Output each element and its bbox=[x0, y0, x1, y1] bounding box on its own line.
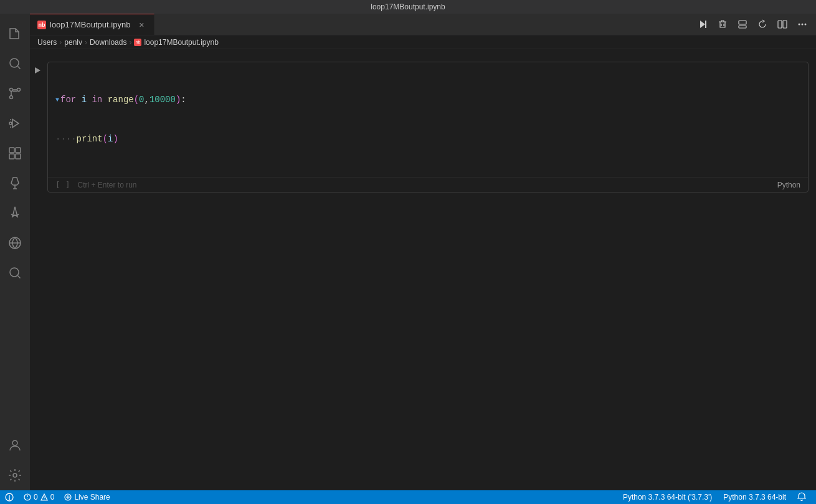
warning-count: 0 bbox=[50, 493, 55, 502]
more-actions-button[interactable] bbox=[794, 16, 811, 33]
tab-bar: nb loop17MBoutput.ipynb × bbox=[30, 14, 816, 36]
cell-container: ▼ for i in range(0,10000): ····print(i) … bbox=[30, 62, 816, 193]
svg-point-0 bbox=[10, 59, 19, 67]
svg-point-4 bbox=[9, 122, 12, 125]
title-text: loop17MBoutput.ipynb bbox=[371, 2, 445, 11]
activity-remote[interactable] bbox=[0, 228, 30, 258]
svg-point-1 bbox=[10, 88, 13, 92]
svg-rect-7 bbox=[9, 154, 14, 159]
cell-wrapper: ▼ for i in range(0,10000): ····print(i) … bbox=[47, 62, 809, 193]
svg-point-10 bbox=[10, 268, 19, 277]
svg-rect-15 bbox=[739, 26, 746, 28]
svg-point-20 bbox=[805, 24, 807, 26]
content-area: nb loop17MBoutput.ipynb × bbox=[30, 14, 816, 490]
activity-run[interactable] bbox=[0, 108, 30, 138]
svg-rect-16 bbox=[778, 21, 782, 28]
svg-rect-5 bbox=[9, 148, 14, 153]
cell-code-block[interactable]: ▼ for i in range(0,10000): ····print(i) … bbox=[47, 62, 809, 193]
live-share-label: Live Share bbox=[74, 493, 110, 502]
svg-rect-14 bbox=[739, 21, 746, 24]
activity-files[interactable] bbox=[0, 19, 30, 49]
status-errors[interactable]: 0 0 bbox=[19, 493, 59, 502]
clear-output-button[interactable] bbox=[714, 16, 731, 33]
svg-rect-8 bbox=[16, 154, 21, 159]
svg-point-11 bbox=[12, 440, 17, 445]
status-python-version[interactable]: Python 3.7.3 64-bit ('3.7.3') bbox=[618, 493, 717, 502]
activity-account[interactable] bbox=[0, 430, 30, 460]
run-hint: Ctrl + Enter to run bbox=[77, 181, 136, 189]
cell-run-button[interactable] bbox=[30, 63, 45, 78]
breadcrumb: Users › penlv › Downloads › nb loop17MBo… bbox=[30, 36, 816, 49]
tab-label: loop17MBoutput.ipynb bbox=[50, 20, 130, 29]
restart-kernel-button[interactable] bbox=[754, 16, 771, 33]
activity-search-bottom[interactable] bbox=[0, 258, 30, 288]
activity-source-control[interactable] bbox=[0, 78, 30, 108]
language-label: Python bbox=[777, 181, 800, 189]
cell-code-content: ▼ for i in range(0,10000): ····print(i) bbox=[48, 62, 808, 177]
toolbar bbox=[689, 14, 816, 35]
collapse-icon[interactable]: ▼ bbox=[55, 95, 59, 105]
svg-rect-6 bbox=[16, 148, 21, 153]
error-count: 0 bbox=[34, 493, 38, 502]
run-all-button[interactable] bbox=[694, 16, 711, 33]
notebook-tab-icon: nb bbox=[37, 21, 46, 29]
svg-point-3 bbox=[10, 96, 13, 99]
svg-point-18 bbox=[799, 24, 800, 26]
activity-test[interactable] bbox=[0, 168, 30, 198]
breadcrumb-file-icon: nb bbox=[134, 39, 141, 46]
status-error-icon-area[interactable] bbox=[0, 493, 19, 502]
activity-bar bbox=[0, 14, 30, 490]
notebook-area[interactable]: ▼ for i in range(0,10000): ····print(i) … bbox=[30, 49, 816, 490]
status-bar: 0 0 Live Share Python 3.7.3 64-bit ('3.7… bbox=[0, 490, 816, 504]
split-editor-button[interactable] bbox=[774, 16, 791, 33]
svg-rect-17 bbox=[783, 21, 787, 28]
status-live-share[interactable]: Live Share bbox=[59, 493, 115, 502]
status-python-right[interactable]: Python 3.7.3 64-bit bbox=[718, 493, 791, 502]
tab-notebook[interactable]: nb loop17MBoutput.ipynb × bbox=[30, 14, 154, 35]
breadcrumb-users[interactable]: Users bbox=[37, 38, 57, 47]
code-line-1: ▼ for i in range(0,10000): bbox=[55, 93, 800, 107]
toggle-output-button[interactable] bbox=[734, 16, 751, 33]
title-bar: loop17MBoutput.ipynb bbox=[0, 0, 816, 14]
breadcrumb-penlv[interactable]: penlv bbox=[64, 38, 82, 47]
breadcrumb-file[interactable]: nb loop17MBoutput.ipynb bbox=[134, 38, 218, 47]
svg-point-22 bbox=[9, 499, 10, 500]
activity-settings[interactable] bbox=[0, 460, 30, 490]
svg-point-12 bbox=[13, 473, 17, 477]
cell-bracket: [ ] bbox=[55, 180, 70, 189]
svg-point-19 bbox=[802, 24, 804, 26]
status-bell-icon[interactable] bbox=[792, 492, 811, 503]
svg-rect-13 bbox=[705, 21, 706, 28]
activity-extensions[interactable] bbox=[0, 138, 30, 168]
breadcrumb-downloads[interactable]: Downloads bbox=[90, 38, 126, 47]
code-line-2: ····print(i) bbox=[55, 133, 800, 146]
tab-close-button[interactable]: × bbox=[136, 20, 146, 30]
svg-point-2 bbox=[17, 88, 21, 92]
activity-search[interactable] bbox=[0, 49, 30, 78]
status-right: Python 3.7.3 64-bit ('3.7.3') Python 3.7… bbox=[613, 492, 816, 503]
activity-astro[interactable] bbox=[0, 198, 30, 228]
cell-footer: [ ] Ctrl + Enter to run Python bbox=[48, 177, 808, 192]
